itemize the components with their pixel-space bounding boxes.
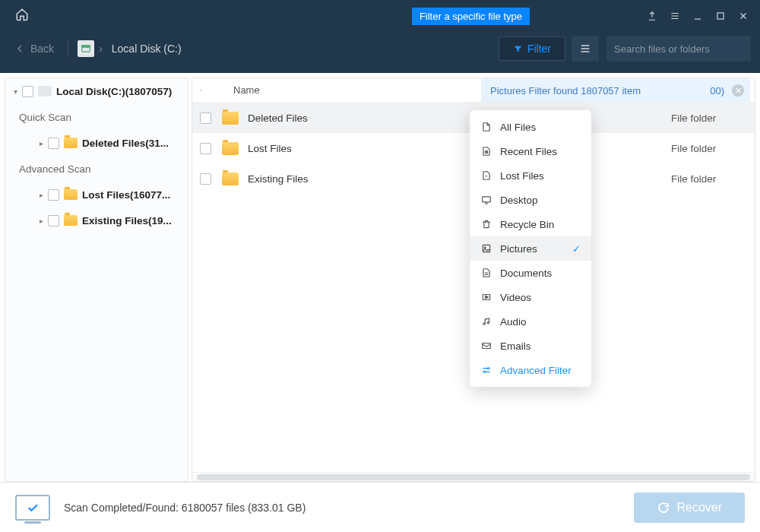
- filter-option-videos[interactable]: Videos: [470, 285, 591, 309]
- tree-item-existing[interactable]: ▸ Existing Files(19...: [5, 207, 188, 233]
- row-name: Deleted Files: [248, 112, 308, 124]
- svg-rect-6: [483, 245, 489, 252]
- video-icon: [480, 291, 492, 303]
- select-all-checkbox[interactable]: [200, 90, 201, 91]
- chevron-right-icon[interactable]: ▸: [36, 191, 46, 199]
- check-icon: ✓: [572, 243, 581, 255]
- tree-item-checkbox[interactable]: [48, 215, 59, 226]
- option-label: Lost Files: [500, 170, 544, 182]
- tree-item-label: Deleted Files(31...: [82, 138, 169, 149]
- lost-file-icon: [480, 169, 492, 182]
- tree-item-checkbox[interactable]: [48, 189, 59, 201]
- svg-point-12: [487, 368, 489, 369]
- row-name: Existing Files: [248, 173, 309, 185]
- svg-rect-11: [483, 344, 491, 349]
- filter-option-pictures[interactable]: Pictures✓: [470, 236, 591, 261]
- option-label: Audio: [500, 316, 527, 328]
- row-checkbox[interactable]: [200, 173, 211, 185]
- sliders-icon: [480, 364, 492, 376]
- option-label: Emails: [500, 340, 531, 352]
- tree-root-label: Local Disk(C:)(1807057): [56, 86, 172, 97]
- filter-option-lost[interactable]: Lost Files: [470, 163, 591, 188]
- option-label: All Files: [500, 122, 536, 133]
- scan-complete-icon: [15, 495, 50, 521]
- row-checkbox[interactable]: [200, 143, 211, 154]
- svg-point-13: [484, 371, 486, 372]
- back-button[interactable]: Back: [9, 40, 59, 58]
- filter-dropdown: All Files Recent Files Lost Files Deskto…: [470, 110, 591, 387]
- breadcrumb-location[interactable]: Local Disk (C:): [112, 43, 182, 55]
- close-icon[interactable]: [733, 5, 754, 27]
- document-icon: [480, 267, 492, 279]
- filter-label: Filter: [527, 43, 551, 55]
- folder-icon: [64, 138, 78, 148]
- recover-label: Recover: [676, 501, 722, 515]
- chevron-right-icon[interactable]: ▸: [36, 139, 46, 147]
- filter-button[interactable]: Filter: [499, 36, 565, 61]
- option-label: Documents: [500, 268, 552, 279]
- workspace: ▾ Local Disk(C:)(1807057) Quick Scan ▸ D…: [0, 73, 760, 482]
- banner-tail: 00): [710, 85, 724, 97]
- row-checkbox[interactable]: [200, 112, 211, 124]
- back-label: Back: [30, 43, 54, 55]
- share-icon[interactable]: [641, 5, 663, 27]
- horizontal-scrollbar[interactable]: [192, 472, 755, 481]
- file-list-header: Name Pictures Filter found 1807057 item …: [192, 78, 755, 103]
- audio-icon: [480, 315, 492, 328]
- tree-root-checkbox[interactable]: [22, 86, 33, 97]
- disk-icon: [38, 86, 52, 97]
- filter-option-recent[interactable]: Recent Files: [470, 139, 591, 163]
- svg-point-9: [483, 323, 485, 325]
- desktop-icon: [480, 194, 492, 206]
- separator: [68, 40, 68, 57]
- minimize-icon[interactable]: [687, 5, 708, 27]
- search-box[interactable]: [606, 36, 751, 62]
- view-toggle-button[interactable]: [572, 36, 599, 62]
- option-label: Recycle Bin: [500, 219, 554, 230]
- scrollbar-thumb[interactable]: [197, 474, 750, 480]
- filter-option-all[interactable]: All Files: [470, 115, 591, 139]
- tree-section-advanced: Advanced Scan: [5, 156, 188, 182]
- folder-icon: [64, 215, 78, 226]
- chevron-right-icon: ›: [99, 43, 103, 55]
- chevron-right-icon[interactable]: ▸: [36, 217, 46, 225]
- maximize-icon[interactable]: [710, 5, 731, 27]
- recover-button[interactable]: Recover: [634, 492, 745, 523]
- column-name[interactable]: Name: [226, 84, 260, 96]
- svg-rect-0: [717, 13, 724, 19]
- folder-icon: [222, 173, 239, 185]
- menu-icon[interactable]: [664, 5, 686, 27]
- folder-icon: [222, 112, 239, 125]
- home-icon[interactable]: [6, 8, 29, 24]
- tree-item-lost[interactable]: ▸ Lost Files(16077...: [5, 182, 188, 207]
- search-input[interactable]: [614, 43, 742, 55]
- chevron-down-icon[interactable]: ▾: [10, 87, 21, 96]
- scan-status: Scan Completed/Found: 6180057 files (833…: [64, 502, 306, 514]
- banner-text: Pictures Filter found 1807057 item: [490, 85, 641, 97]
- clock-file-icon: [480, 145, 492, 157]
- close-icon[interactable]: ✕: [732, 84, 744, 97]
- filter-option-emails[interactable]: Emails: [470, 334, 591, 358]
- filter-option-documents[interactable]: Documents: [470, 261, 591, 285]
- filter-option-advanced[interactable]: Advanced Filter: [470, 358, 591, 382]
- tree-item-checkbox[interactable]: [48, 138, 59, 149]
- filter-option-recycle[interactable]: Recycle Bin: [470, 212, 591, 236]
- tree-section-quick: Quick Scan: [5, 104, 188, 130]
- file-icon: [480, 121, 492, 133]
- option-label: Recent Files: [500, 146, 557, 157]
- tree-root[interactable]: ▾ Local Disk(C:)(1807057): [5, 78, 188, 104]
- filter-result-banner: Pictures Filter found 1807057 item 00) ✕: [481, 78, 750, 103]
- svg-point-7: [484, 247, 486, 249]
- option-label: Desktop: [500, 195, 538, 206]
- tree-item-deleted[interactable]: ▸ Deleted Files(31...: [5, 130, 188, 156]
- tree-item-label: Existing Files(19...: [82, 215, 172, 226]
- row-type: File folder: [671, 112, 755, 124]
- folder-icon: [222, 142, 239, 155]
- filter-option-desktop[interactable]: Desktop: [470, 188, 591, 212]
- sidebar-tree: ▾ Local Disk(C:)(1807057) Quick Scan ▸ D…: [5, 78, 188, 482]
- image-icon: [480, 242, 492, 255]
- footer: Scan Completed/Found: 6180057 files (833…: [0, 482, 760, 532]
- filter-option-audio[interactable]: Audio: [470, 309, 591, 334]
- titlebar: Filter a specific file type: [0, 0, 760, 32]
- option-label: Videos: [500, 292, 531, 303]
